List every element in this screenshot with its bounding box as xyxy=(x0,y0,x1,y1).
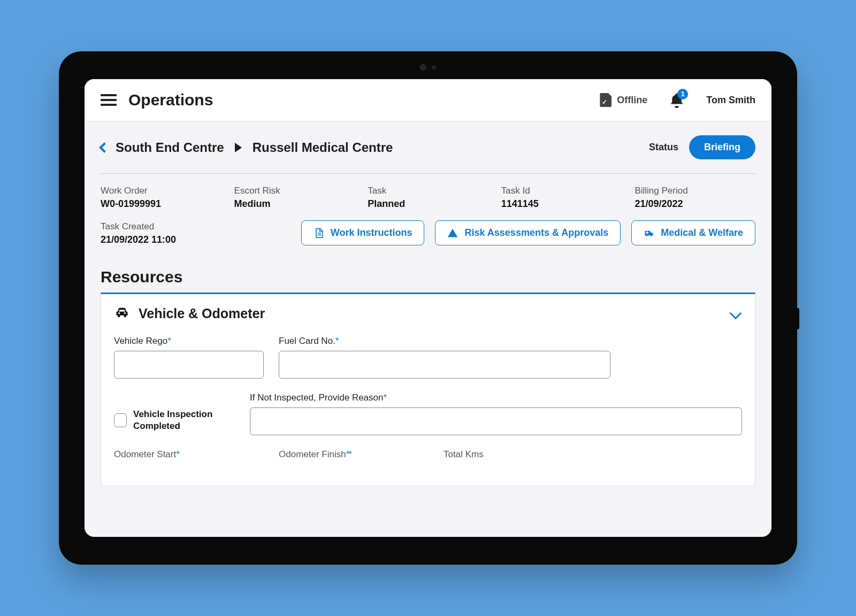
app-screen: Operations Offline 1 Tom Smith South End… xyxy=(85,79,771,537)
vehicle-inspection-label: Vehicle Inspection Completed xyxy=(133,409,235,432)
vehicle-rego-field-group: Vehicle Rego* xyxy=(114,336,264,379)
total-kms-label: Total Kms xyxy=(444,449,484,460)
vehicle-inspection-checkbox-row: Vehicle Inspection Completed xyxy=(114,409,235,432)
breadcrumb-from[interactable]: South End Centre xyxy=(116,140,224,155)
car-icon xyxy=(114,305,130,322)
odometer-start-label: Odometer Start* xyxy=(114,449,264,460)
offline-indicator[interactable]: Offline xyxy=(600,93,647,107)
resources-heading: Resources xyxy=(85,251,771,292)
risk-assessments-button[interactable]: Risk Assessments & Approvals xyxy=(435,220,621,245)
status-badge[interactable]: Briefing xyxy=(689,135,755,159)
breadcrumb-to[interactable]: Russell Medical Centre xyxy=(253,140,393,155)
fuel-card-label: Fuel Card No.* xyxy=(279,336,610,346)
tablet-frame: Operations Offline 1 Tom Smith South End… xyxy=(59,51,797,565)
reason-input[interactable] xyxy=(250,407,742,435)
collapse-chevron-icon[interactable] xyxy=(730,307,742,320)
odometer-finish-field-group: Odometer Finish** xyxy=(279,449,429,464)
back-button[interactable] xyxy=(99,142,110,153)
meta-task-id: Task Id 1141145 xyxy=(501,186,622,210)
tablet-power-button xyxy=(796,308,799,329)
offline-label: Offline xyxy=(617,95,647,106)
breadcrumb-bar: South End Centre Russell Medical Centre … xyxy=(85,121,771,169)
offline-download-icon xyxy=(600,93,612,107)
total-kms-field-group: Total Kms xyxy=(444,449,484,464)
vehicle-inspection-checkbox[interactable] xyxy=(114,413,127,427)
reason-field-group: If Not Inspected, Provide Reason* xyxy=(250,392,742,435)
meta-work-order: Work Order W0-01999991 xyxy=(101,186,221,210)
odometer-start-field-group: Odometer Start* xyxy=(114,449,264,464)
page-title: Operations xyxy=(128,91,213,109)
fuel-card-input[interactable] xyxy=(279,351,610,379)
task-action-row: Task Created 21/09/2022 11:00 Work Instr… xyxy=(85,210,771,251)
warning-icon xyxy=(447,228,458,238)
vehicle-odometer-card: Vehicle & Odometer Vehicle Rego* Fuel Ca… xyxy=(101,292,755,486)
user-name[interactable]: Tom Smith xyxy=(706,95,755,106)
status-label: Status xyxy=(649,142,678,153)
meta-task-created: Task Created 21/09/2022 11:00 xyxy=(101,221,240,245)
notifications-button[interactable]: 1 xyxy=(669,92,685,108)
meta-task: Task Planned xyxy=(368,186,488,210)
meta-billing-period: Billing Period 21/09/2022 xyxy=(635,186,755,210)
card-header[interactable]: Vehicle & Odometer xyxy=(114,305,742,322)
medical-welfare-button[interactable]: Medical & Welfare xyxy=(631,220,755,245)
app-header: Operations Offline 1 Tom Smith xyxy=(85,79,771,121)
tablet-camera xyxy=(420,64,436,71)
chevron-right-icon xyxy=(235,143,242,152)
vehicle-rego-label: Vehicle Rego* xyxy=(114,336,264,346)
odometer-finish-label: Odometer Finish** xyxy=(279,449,429,460)
notification-count-badge: 1 xyxy=(677,89,688,99)
menu-icon[interactable] xyxy=(101,94,117,106)
fuel-card-field-group: Fuel Card No.* xyxy=(279,336,610,379)
work-order-meta: Work Order W0-01999991 Escort Risk Mediu… xyxy=(85,174,771,210)
reason-label: If Not Inspected, Provide Reason* xyxy=(250,392,742,403)
card-title: Vehicle & Odometer xyxy=(139,306,265,321)
work-instructions-button[interactable]: Work Instructions xyxy=(301,220,425,245)
meta-escort-risk: Escort Risk Medium xyxy=(234,186,355,210)
document-icon xyxy=(314,228,324,238)
vehicle-rego-input[interactable] xyxy=(114,351,264,379)
ambulance-icon xyxy=(644,228,654,238)
